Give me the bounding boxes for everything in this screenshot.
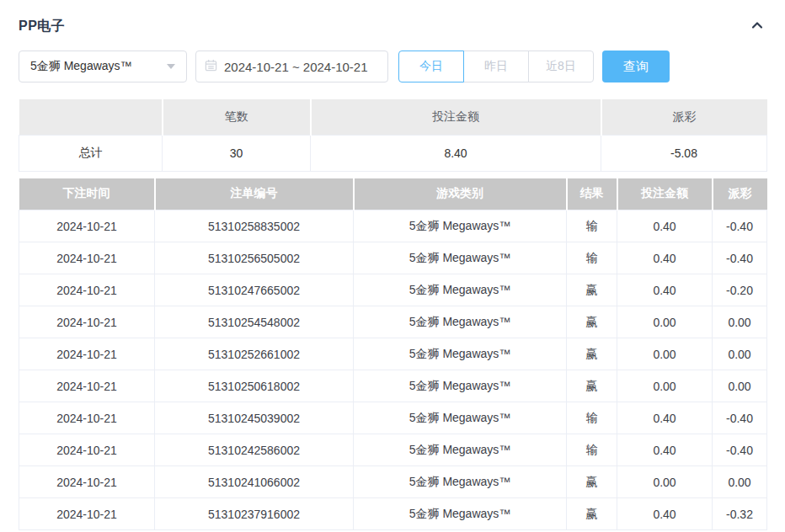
order-id-cell: 51310252661002 [155,338,354,370]
order-id-cell: 51310241066002 [155,466,354,498]
bet-time-cell: 2024-10-21 [19,434,155,466]
bet-time-cell: 2024-10-21 [19,306,155,338]
summary-total-label: 总计 [19,135,163,171]
bet-time-cell: 2024-10-21 [19,402,155,434]
game-type-cell: 5金狮 Megaways™ [354,274,567,306]
bet-amount-cell: 0.40 [617,434,713,466]
table-row: 2024-10-21513102410660025金狮 Megaways™赢0.… [19,466,767,498]
payout-cell: -0.20 [713,274,767,306]
table-row: 2024-10-21513102526610025金狮 Megaways™赢0.… [19,338,767,370]
bet-time-cell: 2024-10-21 [19,498,155,530]
quick-range-yesterday-button[interactable]: 昨日 [463,51,529,82]
result-cell: 赢 [567,338,617,370]
game-type-cell: 5金狮 Megaways™ [354,306,567,338]
bet-amount-cell: 0.40 [617,498,713,530]
game-type-cell: 5金狮 Megaways™ [354,210,567,242]
pp-electronic-panel: PP电子 5金狮 Megaways™ [0,0,785,530]
order-id-cell: 51310250618002 [155,370,354,402]
bet-amount-cell: 0.00 [617,370,713,402]
payout-cell: -0.40 [713,242,767,274]
page-title: PP电子 [19,18,65,35]
table-row: 2024-10-21513102379160025金狮 Megaways™赢0.… [19,498,767,530]
bet-amount-cell: 0.00 [617,338,713,370]
game-select[interactable]: 5金狮 Megaways™ [19,51,187,82]
bet-time-cell: 2024-10-21 [19,274,155,306]
summary-table: 笔数 投注金额 派彩 总计 30 8.40 -5.08 [19,99,767,172]
bet-amount-cell: 0.40 [617,274,713,306]
payout-cell: -0.40 [713,434,767,466]
bets-header-row: 下注时间 注单编号 游戏类别 结果 投注金额 派彩 [19,178,767,210]
summary-total-count: 30 [163,135,311,171]
bet-time-cell: 2024-10-21 [19,242,155,274]
game-type-cell: 5金狮 Megaways™ [354,338,567,370]
bet-time-cell: 2024-10-21 [19,210,155,242]
game-type-cell: 5金狮 Megaways™ [354,242,567,274]
col-payout: 派彩 [713,178,767,210]
bets-table: 下注时间 注单编号 游戏类别 结果 投注金额 派彩 2024-10-215131… [19,178,767,531]
result-cell: 输 [567,210,617,242]
quick-range-group: 今日 昨日 近8日 [398,51,594,82]
order-id-cell: 51310258835002 [155,210,354,242]
col-order-id: 注单编号 [155,178,354,210]
result-cell: 输 [567,402,617,434]
date-range-input[interactable]: 2024-10-21 ~ 2024-10-21 [195,51,388,82]
result-cell: 赢 [567,274,617,306]
order-id-cell: 51310247665002 [155,274,354,306]
bet-amount-cell: 0.40 [617,242,713,274]
summary-total-row: 总计 30 8.40 -5.08 [19,135,767,171]
game-type-cell: 5金狮 Megaways™ [354,498,567,530]
summary-col-count: 笔数 [163,99,311,135]
game-select-value: 5金狮 Megaways™ [30,59,132,74]
game-type-cell: 5金狮 Megaways™ [354,402,567,434]
payout-cell: 0.00 [713,370,767,402]
order-id-cell: 51310245039002 [155,402,354,434]
summary-total-payout: -5.08 [601,135,767,171]
order-id-cell: 51310237916002 [155,498,354,530]
game-type-cell: 5金狮 Megaways™ [354,434,567,466]
table-row: 2024-10-21513102476650025金狮 Megaways™赢0.… [19,274,767,306]
order-id-cell: 51310256505002 [155,242,354,274]
quick-range-last8days-button[interactable]: 近8日 [528,51,594,82]
summary-header-row: 笔数 投注金额 派彩 [19,99,767,135]
summary-col-payout: 派彩 [601,99,767,135]
filter-bar: 5金狮 Megaways™ 2024-10-21 ~ 2024-10-21 今日… [19,51,766,82]
payout-cell: -0.40 [713,402,767,434]
game-type-cell: 5金狮 Megaways™ [354,370,567,402]
bet-amount-cell: 0.00 [617,466,713,498]
order-id-cell: 51310254548002 [155,306,354,338]
table-row: 2024-10-21513102450390025金狮 Megaways™输0.… [19,402,767,434]
table-row: 2024-10-21513102588350025金狮 Megaways™输0.… [19,210,767,242]
search-button[interactable]: 查询 [602,51,670,82]
game-type-cell: 5金狮 Megaways™ [354,466,567,498]
bet-amount-cell: 0.40 [617,402,713,434]
collapse-button[interactable] [748,17,766,35]
table-row: 2024-10-21513102425860025金狮 Megaways™输0.… [19,434,767,466]
bet-time-cell: 2024-10-21 [19,338,155,370]
table-row: 2024-10-21513102506180025金狮 Megaways™赢0.… [19,370,767,402]
panel-header: PP电子 [19,17,766,35]
result-cell: 赢 [567,466,617,498]
col-result: 结果 [567,178,617,210]
payout-cell: 0.00 [713,338,767,370]
order-id-cell: 51310242586002 [155,434,354,466]
col-bet-amount: 投注金额 [617,178,713,210]
col-bet-time: 下注时间 [19,178,155,210]
summary-col-bet-amount: 投注金额 [311,99,601,135]
result-cell: 输 [567,242,617,274]
bet-amount-cell: 0.00 [617,306,713,338]
payout-cell: 0.00 [713,306,767,338]
result-cell: 输 [567,434,617,466]
bet-time-cell: 2024-10-21 [19,370,155,402]
bet-table-body: 2024-10-21513102588350025金狮 Megaways™输0.… [19,210,767,530]
quick-range-today-button[interactable]: 今日 [398,51,464,82]
table-row: 2024-10-21513102545480025金狮 Megaways™赢0.… [19,306,767,338]
table-row: 2024-10-21513102565050025金狮 Megaways™输0.… [19,242,767,274]
summary-col-blank [19,99,163,135]
date-range-value: 2024-10-21 ~ 2024-10-21 [224,60,368,74]
calendar-icon [205,59,217,75]
result-cell: 赢 [567,498,617,530]
payout-cell: 0.00 [713,466,767,498]
payout-cell: -0.32 [713,498,767,530]
summary-total-bet-amount: 8.40 [311,135,601,171]
chevron-up-icon [749,17,766,36]
